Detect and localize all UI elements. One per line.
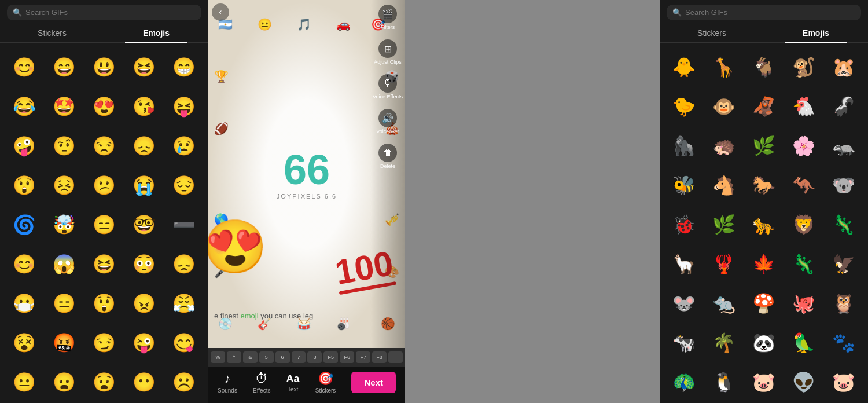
- emoji-cell[interactable]: 🐤: [665, 88, 703, 125]
- keyboard-key[interactable]: 6: [275, 351, 290, 363]
- emoji-cell[interactable]: 😁: [165, 49, 203, 86]
- emoji-cell[interactable]: 🤨: [46, 127, 83, 164]
- emoji-cell[interactable]: 🤩: [46, 88, 83, 125]
- emoji-cell[interactable]: 🐙: [785, 285, 822, 322]
- next-button[interactable]: Next: [351, 372, 396, 393]
- tab-stickers-left[interactable]: Stickers: [0, 24, 104, 42]
- emoji-cell[interactable]: 😠: [125, 285, 163, 322]
- emoji-cell[interactable]: 🦚: [665, 364, 703, 401]
- emoji-cell[interactable]: 😕: [86, 167, 123, 204]
- emoji-cell[interactable]: 🐒: [785, 49, 822, 86]
- emoji-cell[interactable]: 🍄: [745, 285, 783, 322]
- emoji-cell[interactable]: 😲: [86, 285, 123, 322]
- sounds-tool[interactable]: ♪ Sounds: [218, 371, 237, 394]
- left-search-input[interactable]: [25, 8, 196, 17]
- emoji-cell[interactable]: 😢: [165, 127, 203, 164]
- emoji-cell[interactable]: 🐷: [825, 364, 862, 401]
- emoji-cell[interactable]: 😄: [46, 49, 83, 86]
- emoji-cell[interactable]: ➖: [165, 206, 203, 243]
- tab-emojis-left[interactable]: Emojis: [104, 24, 208, 42]
- emoji-cell[interactable]: 😧: [86, 364, 123, 401]
- emoji-cell[interactable]: 😳: [125, 246, 163, 283]
- emoji-cell[interactable]: 😏: [86, 324, 123, 361]
- filter-control[interactable]: 🎬 Filters: [378, 5, 397, 30]
- emoji-cell[interactable]: 🌿: [705, 206, 743, 243]
- keyboard-key[interactable]: F8: [372, 351, 387, 363]
- emoji-cell[interactable]: 😞: [125, 127, 163, 164]
- emoji-cell[interactable]: 😶: [125, 364, 163, 401]
- adjust-control[interactable]: ⊞ Adjust Clips: [374, 39, 402, 65]
- emoji-cell[interactable]: 🐧: [705, 364, 743, 401]
- emoji-cell[interactable]: 🐎: [745, 167, 783, 204]
- emoji-cell[interactable]: 🦁: [785, 206, 822, 243]
- text-tool[interactable]: Aa Text: [286, 373, 300, 393]
- emoji-cell[interactable]: 🐹: [825, 49, 862, 86]
- emoji-cell[interactable]: 🦧: [745, 88, 783, 125]
- emoji-cell[interactable]: 🦘: [785, 167, 822, 204]
- emoji-cell[interactable]: 😵: [6, 324, 43, 361]
- emoji-cell[interactable]: 🦙: [665, 246, 703, 283]
- keyboard-key[interactable]: ^: [227, 351, 241, 363]
- right-search-bar[interactable]: 🔍: [667, 5, 861, 20]
- keyboard-key[interactable]: F6: [340, 351, 354, 363]
- emoji-cell[interactable]: 😆: [125, 49, 163, 86]
- emoji-cell[interactable]: ☹️: [165, 364, 203, 401]
- emoji-cell[interactable]: 🐝: [665, 167, 703, 204]
- emoji-cell[interactable]: 🌀: [6, 206, 43, 243]
- tab-emojis-right[interactable]: Emojis: [764, 24, 868, 42]
- voiceover-control[interactable]: 🔊 Voiceover: [376, 109, 399, 134]
- emoji-cell[interactable]: 😒: [86, 127, 123, 164]
- emoji-cell[interactable]: 😞: [165, 246, 203, 283]
- emoji-cell[interactable]: 😐: [6, 364, 43, 401]
- emoji-cell[interactable]: 🦉: [825, 285, 862, 322]
- emoji-cell[interactable]: 🐨: [825, 167, 862, 204]
- emoji-cell[interactable]: 😊: [6, 246, 43, 283]
- emoji-cell[interactable]: 😔: [165, 167, 203, 204]
- emoji-cell[interactable]: 🐾: [825, 324, 862, 361]
- tab-stickers-right[interactable]: Stickers: [660, 24, 764, 42]
- emoji-cell[interactable]: 🐵: [705, 88, 743, 125]
- emoji-cell[interactable]: 😦: [46, 364, 83, 401]
- emoji-cell[interactable]: 🐐: [745, 49, 783, 86]
- keyboard-key[interactable]: F7: [356, 351, 370, 363]
- emoji-cell[interactable]: 😑: [86, 206, 123, 243]
- keyboard-key[interactable]: 8: [307, 351, 322, 363]
- emoji-cell[interactable]: 👽: [785, 364, 822, 401]
- emoji-cell[interactable]: 🐆: [745, 206, 783, 243]
- emoji-cell[interactable]: 🐀: [705, 285, 743, 322]
- emoji-cell[interactable]: 😑: [46, 285, 83, 322]
- emoji-cell[interactable]: 🤬: [46, 324, 83, 361]
- keyboard-key[interactable]: %: [211, 351, 225, 363]
- emoji-cell[interactable]: 🦜: [785, 324, 822, 361]
- emoji-cell[interactable]: 🐞: [665, 206, 703, 243]
- emoji-cell[interactable]: 🌸: [785, 127, 822, 164]
- emoji-cell[interactable]: 😜: [125, 324, 163, 361]
- emoji-cell[interactable]: 🐴: [705, 167, 743, 204]
- voice-effects-control[interactable]: 🎙 Voice Effects: [373, 74, 403, 100]
- emoji-cell[interactable]: 🐥: [665, 49, 703, 86]
- emoji-cell[interactable]: 🦅: [825, 246, 862, 283]
- emoji-cell[interactable]: 😤: [165, 285, 203, 322]
- keyboard-key[interactable]: 7: [292, 351, 306, 363]
- emoji-cell[interactable]: 😱: [46, 246, 83, 283]
- back-button[interactable]: ‹: [212, 3, 229, 21]
- emoji-cell[interactable]: 😘: [125, 88, 163, 125]
- emoji-cell[interactable]: 😭: [125, 167, 163, 204]
- emoji-cell[interactable]: 😍: [86, 88, 123, 125]
- emoji-cell[interactable]: 🦒: [705, 49, 743, 86]
- emoji-cell[interactable]: 🐷: [745, 364, 783, 401]
- left-search-bar[interactable]: 🔍: [7, 5, 201, 20]
- emoji-cell[interactable]: 🤪: [6, 127, 43, 164]
- keyboard-key[interactable]: &: [243, 351, 258, 363]
- emoji-cell[interactable]: 😷: [6, 285, 43, 322]
- emoji-cell[interactable]: 🦨: [825, 88, 862, 125]
- emoji-cell[interactable]: 😣: [46, 167, 83, 204]
- emoji-cell[interactable]: 🌿: [745, 127, 783, 164]
- stickers-tool[interactable]: 🎯 Stickers: [315, 371, 336, 394]
- emoji-cell[interactable]: 😂: [6, 88, 43, 125]
- emoji-cell[interactable]: 😊: [6, 49, 43, 86]
- keyboard-key[interactable]: F5: [323, 351, 338, 363]
- keyboard-key[interactable]: 5: [259, 351, 274, 363]
- emoji-cell[interactable]: 🍁: [745, 246, 783, 283]
- emoji-cell[interactable]: 🦔: [705, 127, 743, 164]
